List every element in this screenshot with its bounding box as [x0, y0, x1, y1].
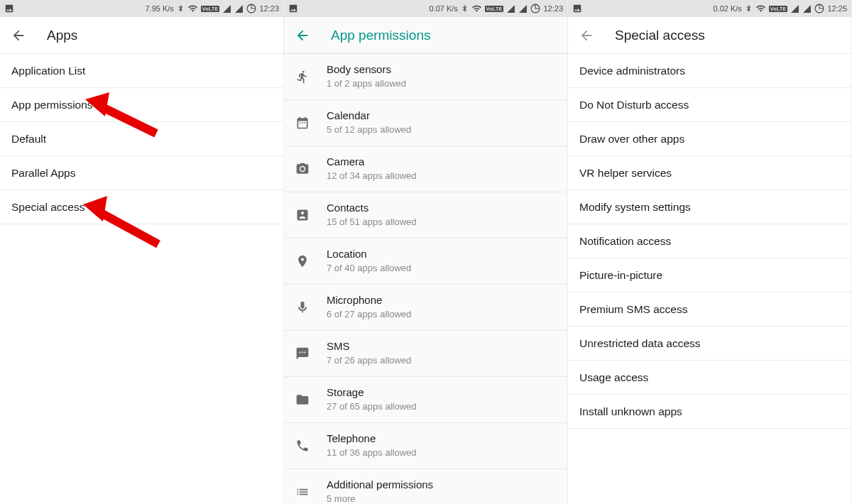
storage-icon — [295, 393, 327, 407]
volte-badge: VoLTE — [485, 6, 504, 12]
signal-icon — [790, 4, 799, 13]
perm-sub: 5 more — [327, 493, 556, 504]
statusbar: 7.95 K/s VoLTE 12:23 — [0, 0, 283, 17]
row-label: Picture-in-picture — [579, 269, 662, 282]
perm-sub: 6 of 27 apps allowed — [327, 309, 556, 321]
clock: 12:25 — [827, 4, 847, 13]
signal-icon — [222, 4, 231, 13]
screen-apps: 7.95 K/s VoLTE 12:23 Apps Application Li… — [0, 0, 284, 504]
network-speed: 0.02 K/s — [713, 4, 741, 13]
perm-title: Microphone — [327, 294, 556, 307]
network-speed: 0.07 K/s — [429, 4, 457, 13]
perm-title: Location — [327, 248, 556, 261]
row-application-list[interactable]: Application List — [0, 54, 283, 88]
perm-row-camera[interactable]: Camera12 of 34 apps allowed — [284, 146, 567, 192]
page-title: Apps — [47, 28, 77, 43]
battery-icon — [530, 4, 540, 13]
appbar: App permissions — [284, 17, 567, 54]
row-label: Device administrators — [579, 65, 685, 77]
back-icon[interactable] — [10, 27, 27, 44]
row-label: Modify system settings — [579, 201, 691, 214]
back-icon[interactable] — [578, 27, 595, 44]
perm-row-sms[interactable]: SMS7 of 26 apps allowed — [284, 331, 567, 377]
special-row[interactable]: Usage access — [568, 361, 851, 395]
row-label: Notification access — [579, 235, 671, 248]
perm-title: Storage — [327, 386, 556, 400]
bluetooth-icon — [461, 4, 469, 13]
screen-permissions: 0.07 K/s VoLTE 12:23 App permissions Bod… — [284, 0, 568, 504]
row-label: Unrestricted data access — [579, 337, 701, 350]
signal-icon-2 — [802, 4, 812, 13]
special-row[interactable]: Draw over other apps — [568, 122, 851, 156]
bluetooth-icon — [745, 4, 753, 13]
page-title: App permissions — [331, 28, 430, 43]
clock: 12:23 — [543, 4, 563, 13]
special-list: Device administratorsDo Not Disturb acce… — [568, 54, 851, 504]
row-label: Application List — [11, 65, 85, 77]
row-label: Default — [11, 133, 46, 146]
row-label: Do Not Disturb access — [579, 99, 689, 111]
appbar: Apps — [0, 17, 283, 54]
perm-title: Additional permissions — [327, 478, 556, 492]
volte-badge: VoLTE — [769, 6, 788, 12]
perm-title: Calendar — [327, 109, 556, 123]
battery-icon — [246, 4, 256, 13]
signal-icon-2 — [234, 4, 244, 13]
screen-special-access: 0.02 K/s VoLTE 12:25 Special access Devi… — [568, 0, 852, 504]
row-label: Parallel Apps — [11, 167, 75, 180]
perm-sub: 27 of 65 apps allowed — [327, 401, 556, 413]
perm-sub: 7 of 40 apps allowed — [327, 263, 556, 275]
row-app-permissions[interactable]: App permissions — [0, 88, 283, 122]
row-special-access[interactable]: Special access — [0, 190, 283, 224]
volte-badge: VoLTE — [201, 6, 220, 12]
camera-icon — [295, 162, 327, 176]
mic-icon — [295, 300, 327, 314]
perm-row-storage[interactable]: Storage27 of 65 apps allowed — [284, 377, 567, 423]
perm-sub: 7 of 26 apps allowed — [327, 355, 556, 367]
perm-title: Camera — [327, 155, 556, 169]
special-row[interactable]: Device administrators — [568, 54, 851, 88]
special-row[interactable]: Modify system settings — [568, 190, 851, 224]
row-label: VR helper services — [579, 167, 672, 180]
row-label: Draw over other apps — [579, 133, 684, 146]
list-icon — [295, 485, 327, 499]
perm-row-mic[interactable]: Microphone6 of 27 apps allowed — [284, 285, 567, 331]
special-row[interactable]: Premium SMS access — [568, 292, 851, 327]
wifi-icon — [755, 4, 766, 13]
signal-icon — [506, 4, 515, 13]
perm-sub: 11 of 36 apps allowed — [327, 447, 556, 459]
perm-row-contacts[interactable]: Contacts15 of 51 apps allowed — [284, 192, 567, 239]
special-row[interactable]: Picture-in-picture — [568, 258, 851, 292]
contacts-icon — [295, 208, 327, 222]
permissions-list: Body sensors1 of 2 apps allowedCalendar5… — [284, 54, 567, 504]
battery-icon — [814, 4, 824, 13]
row-default[interactable]: Default — [0, 122, 283, 156]
phone-icon — [295, 439, 327, 453]
special-row[interactable]: Notification access — [568, 224, 851, 258]
perm-row-calendar[interactable]: Calendar5 of 12 apps allowed — [284, 100, 567, 146]
statusbar: 0.07 K/s VoLTE 12:23 — [284, 0, 567, 17]
back-icon[interactable] — [294, 27, 311, 44]
special-row[interactable]: Install unknown apps — [568, 395, 851, 429]
sms-icon — [295, 346, 327, 361]
perm-title: Contacts — [327, 202, 556, 215]
perm-title: Telephone — [327, 432, 556, 446]
row-label: App permissions — [11, 99, 93, 111]
wifi-icon — [471, 4, 482, 13]
perm-row-location[interactable]: Location7 of 40 apps allowed — [284, 239, 567, 285]
appbar: Special access — [568, 17, 851, 54]
special-row[interactable]: Unrestricted data access — [568, 327, 851, 361]
perm-row-phone[interactable]: Telephone11 of 36 apps allowed — [284, 423, 567, 469]
special-row[interactable]: Do Not Disturb access — [568, 88, 851, 122]
perm-row-run[interactable]: Body sensors1 of 2 apps allowed — [284, 54, 567, 100]
row-label: Premium SMS access — [579, 303, 687, 316]
special-row[interactable]: VR helper services — [568, 156, 851, 190]
clock: 12:23 — [259, 4, 279, 13]
perm-sub: 1 of 2 apps allowed — [327, 78, 556, 90]
perm-row-list[interactable]: Additional permissions5 more — [284, 469, 567, 504]
signal-icon-2 — [518, 4, 528, 13]
row-label: Install unknown apps — [579, 405, 682, 418]
row-parallel-apps[interactable]: Parallel Apps — [0, 156, 283, 190]
perm-title: Body sensors — [327, 63, 556, 77]
apps-list: Application List App permissions Default… — [0, 54, 283, 504]
